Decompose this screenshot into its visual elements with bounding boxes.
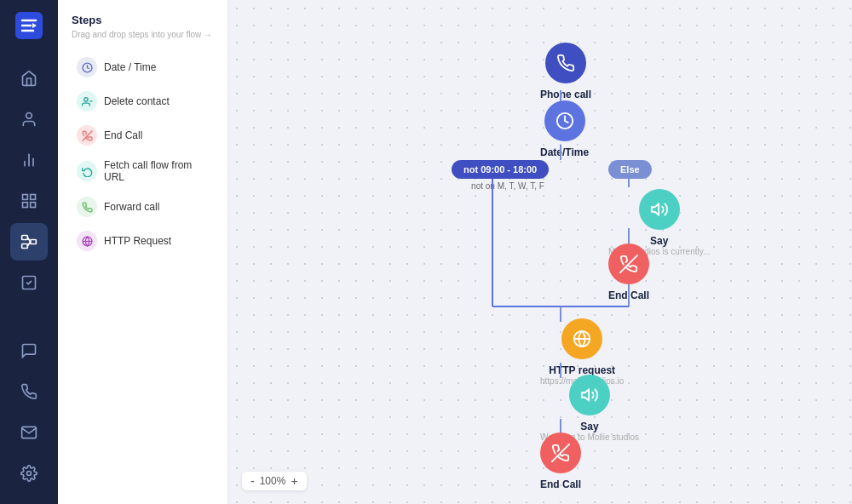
condition-not-label: not 09:00 - 18:00: [463, 164, 537, 175]
steps-subtitle: Drag and drop steps into your flow →: [72, 30, 214, 39]
step-label-forward-call: Forward call: [104, 201, 159, 213]
svg-rect-9: [22, 236, 28, 240]
say-1-label: Say: [650, 235, 668, 247]
step-item-delete-contact[interactable]: Delete contact: [72, 85, 214, 117]
sidebar-item-tasks[interactable]: [10, 264, 48, 301]
sidebar-item-analytics[interactable]: [10, 141, 48, 179]
phone-call-label: Phone call: [540, 89, 591, 100]
datetime-label: Date/Time: [540, 146, 589, 158]
sidebar: [0, 0, 58, 504]
sidebar-item-contacts[interactable]: [10, 100, 48, 138]
say-1-circle[interactable]: [639, 189, 680, 230]
end-call-1-label: End Call: [608, 289, 649, 301]
svg-point-15: [27, 472, 32, 476]
condition-not-sub: not on M, T, W, T, F: [457, 181, 559, 191]
logo: [14, 10, 44, 41]
zoom-control: - 100% +: [242, 472, 307, 490]
flow-canvas[interactable]: Phone call Date/Time not 09:00 - 18:00 n…: [228, 0, 852, 504]
step-label-http: HTTP Request: [104, 235, 171, 247]
step-item-end-call[interactable]: End Call: [72, 119, 214, 152]
sidebar-item-inbox[interactable]: [10, 414, 48, 451]
fetch-url-icon: [77, 161, 97, 181]
zoom-level: 100%: [260, 475, 286, 487]
else-label: Else: [620, 164, 640, 175]
sidebar-item-apps[interactable]: [10, 182, 48, 220]
condition-else-chip[interactable]: Else: [608, 160, 652, 179]
node-phone-call[interactable]: Phone call: [540, 43, 591, 100]
end-call-icon: [77, 125, 97, 146]
say-2-circle[interactable]: [569, 375, 610, 415]
sidebar-item-call[interactable]: [10, 373, 48, 410]
step-item-forward-call[interactable]: Forward call: [72, 191, 214, 223]
sidebar-item-chat[interactable]: [10, 332, 48, 369]
step-label-end-call: End Call: [104, 129, 142, 141]
steps-title: Steps: [72, 14, 214, 26]
step-label-datetime: Date / Time: [104, 61, 156, 73]
zoom-minus-button[interactable]: -: [250, 475, 255, 487]
end-call-1-circle[interactable]: [608, 243, 649, 284]
zoom-plus-button[interactable]: +: [291, 475, 297, 487]
svg-marker-37: [582, 390, 589, 401]
say-2-label: Say: [580, 421, 598, 432]
sidebar-item-flows[interactable]: [10, 223, 48, 261]
svg-rect-5: [23, 195, 28, 200]
step-item-http[interactable]: HTTP Request: [72, 225, 214, 257]
node-end-call-1[interactable]: End Call: [608, 243, 649, 301]
step-label-delete-contact: Delete contact: [104, 95, 170, 107]
svg-point-17: [83, 97, 87, 100]
node-datetime[interactable]: Date/Time: [540, 100, 589, 158]
svg-rect-8: [31, 203, 36, 208]
datetime-node-circle[interactable]: [544, 100, 585, 141]
svg-rect-11: [31, 240, 37, 244]
http-icon: [77, 231, 97, 251]
forward-call-icon: [77, 197, 97, 217]
svg-point-1: [26, 113, 32, 119]
node-end-call-2[interactable]: End Call: [540, 432, 581, 490]
end-call-2-label: End Call: [540, 478, 581, 490]
step-label-fetch-url: Fetch call flow from URL: [104, 159, 209, 183]
end-call-2-circle[interactable]: [540, 432, 581, 473]
steps-panel: Steps Drag and drop steps into your flow…: [58, 0, 228, 504]
svg-rect-7: [23, 203, 28, 208]
sidebar-item-home[interactable]: [10, 60, 48, 97]
svg-rect-10: [22, 244, 28, 249]
sidebar-item-settings[interactable]: [10, 455, 48, 492]
svg-rect-6: [31, 195, 36, 200]
step-item-fetch-url[interactable]: Fetch call flow from URL: [72, 153, 214, 189]
datetime-icon: [77, 57, 97, 77]
delete-contact-icon: [77, 91, 97, 112]
phone-call-circle[interactable]: [545, 43, 586, 83]
http-circle[interactable]: [561, 318, 602, 359]
svg-marker-34: [651, 204, 658, 215]
step-item-datetime[interactable]: Date / Time: [72, 51, 214, 83]
condition-not-chip[interactable]: not 09:00 - 18:00: [452, 160, 549, 179]
